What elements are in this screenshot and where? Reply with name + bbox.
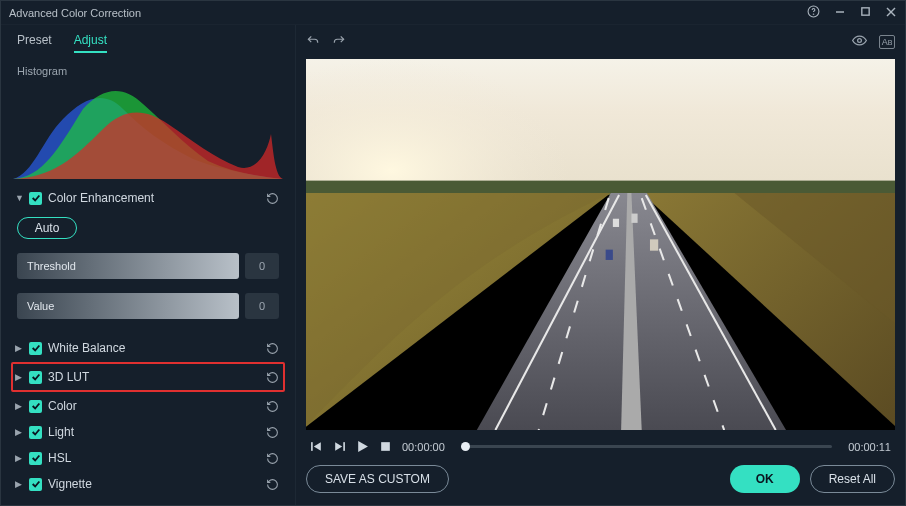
checkbox-color[interactable] (29, 400, 42, 413)
section-color[interactable]: ▶ Color (13, 393, 283, 419)
reset-icon[interactable] (263, 423, 281, 441)
auto-button[interactable]: Auto (17, 217, 77, 239)
close-icon[interactable] (885, 6, 897, 20)
hsl-label: HSL (48, 451, 257, 465)
svg-rect-18 (613, 219, 619, 227)
reset-icon[interactable] (263, 339, 281, 357)
timeline-slider[interactable] (461, 445, 832, 448)
reset-icon[interactable] (263, 475, 281, 493)
window-controls (807, 5, 897, 20)
value-value[interactable]: 0 (245, 293, 279, 319)
prev-frame-icon[interactable] (310, 440, 323, 453)
window-title: Advanced Color Correction (9, 7, 141, 19)
reset-icon[interactable] (263, 449, 281, 467)
sidebar-tabs: Preset Adjust (13, 31, 283, 59)
light-label: Light (48, 425, 257, 439)
reset-all-button[interactable]: Reset All (810, 465, 895, 493)
checkbox-3d-lut[interactable] (29, 371, 42, 384)
white-balance-label: White Balance (48, 341, 257, 355)
next-frame-icon[interactable] (333, 440, 346, 453)
redo-icon[interactable] (332, 34, 346, 51)
reset-icon[interactable] (263, 189, 281, 207)
chevron-right-icon: ▶ (15, 401, 23, 411)
color-label: Color (48, 399, 257, 413)
chevron-right-icon: ▶ (15, 479, 23, 489)
histogram (13, 79, 283, 179)
svg-rect-20 (650, 239, 658, 250)
section-light[interactable]: ▶ Light (13, 419, 283, 445)
checkbox-white-balance[interactable] (29, 342, 42, 355)
time-total: 00:00:11 (848, 441, 891, 453)
highlighted-3d-lut: ▶ 3D LUT (11, 362, 285, 392)
svg-point-6 (858, 39, 862, 43)
chevron-right-icon: ▶ (15, 427, 23, 437)
svg-rect-9 (306, 181, 895, 195)
section-color-enhancement[interactable]: ▼ Color Enhancement (13, 185, 283, 211)
compare-icon[interactable]: AB (879, 35, 895, 49)
chevron-right-icon: ▶ (15, 453, 23, 463)
reset-icon[interactable] (263, 397, 281, 415)
checkbox-color-enhancement[interactable] (29, 192, 42, 205)
svg-rect-3 (862, 8, 869, 15)
svg-rect-22 (311, 442, 313, 451)
svg-point-1 (813, 14, 814, 15)
footer: SAVE AS CUSTOM OK Reset All (306, 455, 895, 493)
vignette-label: Vignette (48, 477, 257, 491)
app-window: Advanced Color Correction Preset Adjust … (0, 0, 906, 506)
titlebar: Advanced Color Correction (1, 1, 905, 25)
eye-icon[interactable] (852, 33, 867, 51)
section-hsl[interactable]: ▶ HSL (13, 445, 283, 471)
timeline-thumb[interactable] (461, 442, 470, 451)
stop-icon[interactable] (379, 440, 392, 453)
color-enhancement-label: Color Enhancement (48, 191, 257, 205)
checkbox-light[interactable] (29, 426, 42, 439)
section-white-balance[interactable]: ▶ White Balance (13, 335, 283, 361)
svg-marker-23 (314, 442, 321, 451)
video-preview (306, 59, 895, 430)
checkbox-vignette[interactable] (29, 478, 42, 491)
maximize-icon[interactable] (860, 6, 871, 19)
tab-preset[interactable]: Preset (17, 33, 52, 53)
main-header: AB (306, 31, 895, 53)
main-panel: AB (296, 25, 905, 505)
svg-rect-19 (631, 214, 637, 223)
threshold-slider[interactable]: Threshold 0 (17, 253, 279, 279)
svg-marker-26 (358, 441, 368, 452)
3d-lut-label: 3D LUT (48, 370, 257, 384)
threshold-label[interactable]: Threshold (17, 253, 239, 279)
value-label[interactable]: Value (17, 293, 239, 319)
help-icon[interactable] (807, 5, 820, 20)
chevron-down-icon: ▼ (15, 193, 23, 203)
save-as-custom-button[interactable]: SAVE AS CUSTOM (306, 465, 449, 493)
svg-rect-25 (343, 442, 345, 451)
checkbox-hsl[interactable] (29, 452, 42, 465)
chevron-right-icon: ▶ (15, 343, 23, 353)
threshold-value[interactable]: 0 (245, 253, 279, 279)
svg-rect-27 (381, 442, 390, 451)
minimize-icon[interactable] (834, 6, 846, 20)
time-current: 00:00:00 (402, 441, 445, 453)
section-3d-lut[interactable]: ▶ 3D LUT (15, 366, 281, 388)
svg-rect-21 (606, 250, 613, 260)
chevron-right-icon: ▶ (15, 372, 23, 382)
sidebar: Preset Adjust Histogram ▼ Color Enhancem… (1, 25, 296, 505)
section-vignette[interactable]: ▶ Vignette (13, 471, 283, 497)
undo-icon[interactable] (306, 34, 320, 51)
value-slider[interactable]: Value 0 (17, 293, 279, 319)
ok-button[interactable]: OK (730, 465, 800, 493)
svg-marker-24 (335, 442, 342, 451)
transport-bar: 00:00:00 00:00:11 (306, 438, 895, 455)
tab-adjust[interactable]: Adjust (74, 33, 107, 53)
histogram-label: Histogram (13, 59, 283, 79)
play-icon[interactable] (356, 440, 369, 453)
reset-icon[interactable] (263, 368, 281, 386)
